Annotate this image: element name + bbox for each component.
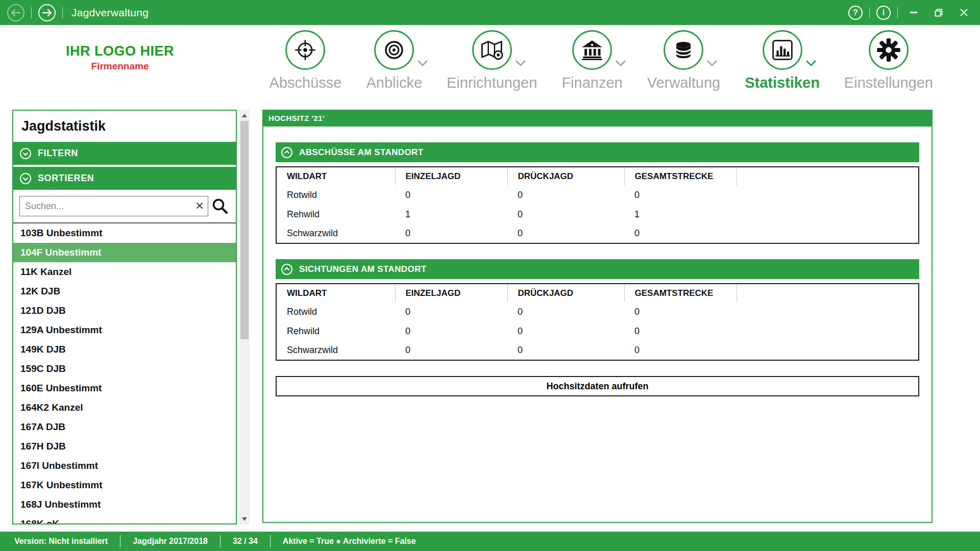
list-item-selected[interactable]: 104F Unbestimmt xyxy=(13,243,236,262)
chevron-up-circle-icon xyxy=(281,263,293,276)
chevron-down-circle-icon xyxy=(19,172,32,185)
map-icon xyxy=(472,30,512,70)
section-header-abschuesse[interactable]: ABSCHÜSSE AM STANDORT xyxy=(276,142,919,162)
table-cell: 0 xyxy=(624,341,737,360)
window-title: Jagdverwaltung xyxy=(71,7,149,19)
table-cell: 0 xyxy=(395,302,507,321)
list-item[interactable]: 149K DJB xyxy=(13,340,236,359)
company-logo: IHR LOGO HIER Firmenname xyxy=(56,43,184,72)
list-item[interactable]: 167H DJB xyxy=(13,437,236,456)
column-header[interactable]: GESAMTSTRECKE xyxy=(624,167,737,185)
nav-item-einrichtungen[interactable]: Einrichtungen xyxy=(447,30,537,91)
chevron-down-circle-icon xyxy=(19,147,32,160)
hochsitzdaten-button[interactable]: Hochsitzdaten aufrufen xyxy=(276,376,919,396)
table-row: Rotwild 0 0 0 xyxy=(276,185,919,205)
divider xyxy=(869,7,870,18)
crosshair-icon xyxy=(285,30,325,70)
scroll-down-icon[interactable] xyxy=(239,514,250,523)
list-item[interactable]: 12K DJB xyxy=(13,282,236,301)
back-arrow-icon[interactable] xyxy=(7,4,24,21)
column-header-empty xyxy=(737,284,919,302)
chevron-down-icon xyxy=(706,60,718,67)
table-cell: Rotwild xyxy=(276,302,395,321)
nav-item-statistiken[interactable]: Statistiken xyxy=(745,30,820,91)
sort-section-header[interactable]: SORTIEREN xyxy=(13,167,236,190)
list-item[interactable]: 160E Unbestimmt xyxy=(13,379,236,398)
column-header[interactable]: GESAMTSTRECKE xyxy=(624,284,737,302)
database-icon xyxy=(664,30,703,70)
column-header[interactable]: DRÜCKJAGD xyxy=(507,167,624,185)
chevron-down-icon xyxy=(515,60,526,67)
table-cell: 1 xyxy=(395,205,507,224)
list-item[interactable]: 167I Unbestimmt xyxy=(13,456,236,475)
nav-item-label: Finanzen xyxy=(561,74,622,91)
column-header[interactable]: WILDART xyxy=(276,167,395,185)
table-cell: 0 xyxy=(507,224,624,243)
search-icon[interactable] xyxy=(208,197,232,215)
scroll-up-icon[interactable] xyxy=(239,111,250,120)
divider xyxy=(897,7,898,18)
bullseye-icon xyxy=(374,30,414,70)
forward-arrow-icon[interactable] xyxy=(38,4,56,21)
main-body: ABSCHÜSSE AM STANDORT WILDART EINZELJAGD… xyxy=(262,127,933,523)
table-cell xyxy=(737,185,919,205)
list-item[interactable]: 168K oK xyxy=(13,514,236,524)
list-item[interactable]: 11K Kanzel xyxy=(13,262,236,282)
chevron-down-icon xyxy=(805,60,817,67)
maximize-button[interactable] xyxy=(929,4,948,22)
divider xyxy=(62,7,63,18)
clear-icon[interactable] xyxy=(195,202,204,210)
nav-item-verwaltung[interactable]: Verwaltung xyxy=(647,30,721,91)
nav-item-abschuesse[interactable]: Abschüsse xyxy=(270,30,342,91)
nav-item-finanzen[interactable]: Finanzen xyxy=(561,30,622,91)
sichtungen-table: WILDART EINZELJAGD DRÜCKJAGD GESAMTSTREC… xyxy=(276,283,919,361)
close-button[interactable] xyxy=(954,4,973,22)
table-row: Schwarzwild 0 0 0 xyxy=(276,224,919,243)
table-cell: 0 xyxy=(507,321,624,341)
nav-item-label: Verwaltung xyxy=(647,74,721,91)
table-cell xyxy=(737,341,919,360)
table-row: Rehwild 1 0 1 xyxy=(276,205,919,224)
main-header-title: HOCHSITZ '21' xyxy=(268,114,325,122)
help-icon[interactable]: ? xyxy=(848,6,863,20)
minimize-button[interactable] xyxy=(904,4,923,22)
table-cell: 1 xyxy=(624,205,737,224)
column-header[interactable]: EINZELJAGD xyxy=(395,284,507,302)
nav-item-label: Statistiken xyxy=(745,74,820,91)
column-header[interactable]: DRÜCKJAGD xyxy=(507,284,624,302)
sidebar-scrollbar[interactable] xyxy=(239,110,250,524)
scrollbar-thumb[interactable] xyxy=(240,121,249,339)
titlebar: Jagdverwaltung ? i xyxy=(0,0,980,25)
column-header[interactable]: EINZELJAGD xyxy=(395,167,507,185)
list-item[interactable]: 167A DJB xyxy=(13,417,236,437)
list-item[interactable]: 121D DJB xyxy=(13,301,236,320)
main-header: HOCHSITZ '21' xyxy=(262,110,933,127)
nav-item-label: Einrichtungen xyxy=(447,74,537,91)
status-count: 32 / 34 xyxy=(233,535,271,547)
list-item[interactable]: 159C DJB xyxy=(13,359,236,379)
info-icon[interactable]: i xyxy=(876,6,891,20)
section-title: SICHTUNGEN AM STANDORT xyxy=(299,264,427,274)
nav-item-einstellungen[interactable]: Einstellungen xyxy=(844,30,933,91)
table-cell: 0 xyxy=(395,341,507,360)
table-cell xyxy=(737,321,919,341)
status-version: Version: Nicht installiert xyxy=(14,535,120,547)
divider xyxy=(31,7,32,18)
nav-item-label: Einstellungen xyxy=(844,74,933,91)
section-header-sichtungen[interactable]: SICHTUNGEN AM STANDORT xyxy=(276,259,919,279)
search-input[interactable] xyxy=(19,196,208,216)
table-cell xyxy=(737,224,919,243)
list-item[interactable]: 129A Unbestimmt xyxy=(13,320,236,340)
column-header[interactable]: WILDART xyxy=(276,284,395,302)
main-panel: HOCHSITZ '21' ABSCHÜSSE AM STANDORT WILD… xyxy=(262,110,933,523)
list-item[interactable]: 168J Unbestimmt xyxy=(13,495,236,514)
list-item[interactable]: 167K Unbestimmt xyxy=(13,475,236,495)
list-item[interactable]: 103B Unbestimmt xyxy=(13,223,236,243)
nav-item-anblicke[interactable]: Anblicke xyxy=(366,30,422,91)
list-item[interactable]: 164K2 Kanzel xyxy=(13,398,236,417)
table-cell: 0 xyxy=(395,224,507,243)
table-cell: 0 xyxy=(395,185,507,205)
table-cell: Rotwild xyxy=(276,185,395,205)
filter-section-header[interactable]: FILTERN xyxy=(13,142,236,165)
status-filters: Aktive = True ● Archivierte = False xyxy=(283,535,428,547)
